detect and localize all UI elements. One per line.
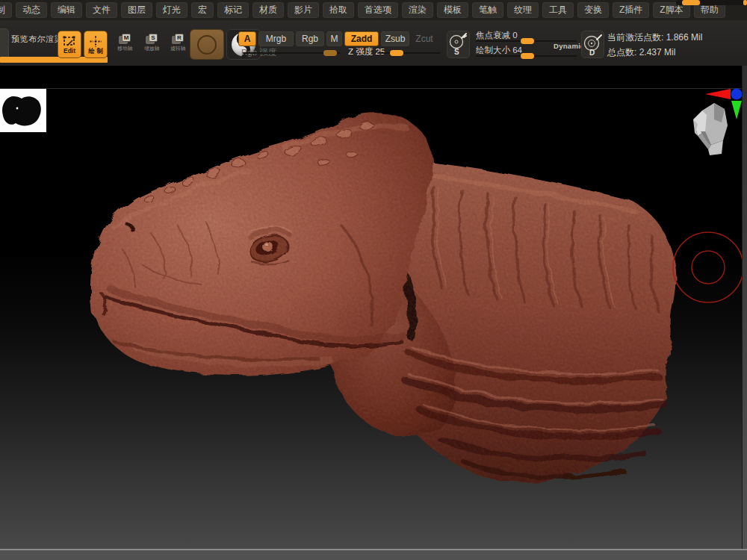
edit-button[interactable]: Edit [58,31,81,58]
brush-cursor [0,66,747,549]
zbrush-window: 制 动态 编辑 文件 图层 灯光 宏 标记 材质 影片 拾取 首选项 渲染 模板… [0,0,747,560]
z-axis-dot [731,89,743,100]
menu-item-dynamic[interactable]: 动态 [16,2,47,18]
scale-gizmo-button[interactable]: S 缩放轴 [139,34,164,56]
menu-item-edit[interactable]: 编辑 [51,2,82,18]
zcut-button[interactable]: Zcut [412,31,437,46]
menu-bar: 制 动态 编辑 文件 图层 灯光 宏 标记 材质 影片 拾取 首选项 渲染 模板… [0,0,747,20]
crosshair-icon [90,36,102,47]
shelf-edge-button[interactable] [0,28,9,60]
focal-shift-handle[interactable] [521,38,534,44]
menu-item-macro[interactable]: 宏 [191,2,214,18]
top-scroll-slider[interactable] [676,0,747,5]
preview-boolean-button[interactable]: 预览布尔渲染 [11,34,63,45]
mask-button[interactable]: M [326,31,342,46]
scale-icon: S [146,34,158,44]
draw-button-label: 绘 制 [88,48,102,54]
svg-text:S: S [454,48,459,56]
menu-item-light[interactable]: 灯光 [156,2,187,18]
canvas-right-border [742,66,747,549]
y-axis-arrow [731,101,742,119]
draw-size-slider[interactable] [476,55,577,57]
menu-item-template[interactable]: 模板 [437,2,468,18]
z-intensity-handle[interactable] [390,50,403,56]
brush-size-icon: S [447,31,469,57]
brush-tip-icon [197,35,217,55]
menu-item-zplugin[interactable]: Z插件 [613,2,649,18]
zadd-button[interactable]: Zadd [344,31,379,46]
zsub-button[interactable]: Zsub [381,31,409,46]
rgb-intensity-slider[interactable] [243,52,340,54]
scale-label: 缩放轴 [144,46,159,52]
menu-item-tool[interactable]: 工具 [542,2,574,18]
dynamic-mode-label[interactable]: Dynamic [554,42,585,50]
menu-item-transform[interactable]: 变换 [577,2,609,18]
rotate-icon: R [172,34,184,44]
edit-button-label: Edit [63,48,75,54]
menu-item-layer[interactable]: 图层 [121,2,152,18]
tool-head-icon[interactable] [689,97,731,155]
dynamic-d-button[interactable]: D [581,31,604,58]
bottom-bar [0,549,747,560]
move-icon: M [119,34,131,44]
draw-size-d-icon: D [582,31,604,57]
menu-item-marker[interactable]: 标记 [217,2,249,18]
menu-item-movie[interactable]: 影片 [288,2,319,18]
menu-item-render[interactable]: 渲染 [402,2,433,18]
marquee-icon [63,36,76,47]
auto-color-button[interactable]: A [238,31,256,46]
brush-well[interactable] [190,29,224,60]
menu-item-picker[interactable]: 拾取 [323,2,354,18]
mrgb-button[interactable]: Mrgb [258,31,294,46]
top-scroll-nub [743,0,747,5]
rotate-gizmo-button[interactable]: R 旋转轴 [165,34,190,56]
focal-shift-label: 焦点衰减 0 [476,30,518,41]
rotate-label: 旋转轴 [170,46,185,52]
total-points-count: 总点数: 2.437 Mil [607,46,675,59]
top-scroll-handle[interactable] [682,0,700,5]
z-intensity-slider[interactable] [377,52,441,54]
active-points-count: 当前激活点数: 1.866 Mil [607,31,702,44]
top-shelf: 预览布尔渲染 Edit 绘 制 M 移动轴 [0,20,747,66]
menu-item-material[interactable]: 材质 [252,2,284,18]
move-label: 移动轴 [117,46,132,52]
menu-item-file[interactable]: 文件 [86,2,117,18]
draw-size-handle[interactable] [521,53,534,59]
move-gizmo-button[interactable]: M 移动轴 [112,34,137,56]
menu-item-partial[interactable]: 制 [0,2,12,18]
menu-item-preferences[interactable]: 首选项 [358,2,398,18]
menu-item-texture[interactable]: 纹理 [507,2,539,18]
draw-size-label: 绘制大小 64 [476,45,522,56]
document-canvas[interactable] [0,66,747,549]
menu-item-stroke[interactable]: 笔触 [472,2,503,18]
rgb-button[interactable]: Rgb [296,31,324,46]
stroke-s-button[interactable]: S [447,31,470,58]
svg-text:D: D [589,49,595,57]
rgb-intensity-handle[interactable] [323,50,337,56]
draw-button[interactable]: 绘 制 [84,31,108,58]
